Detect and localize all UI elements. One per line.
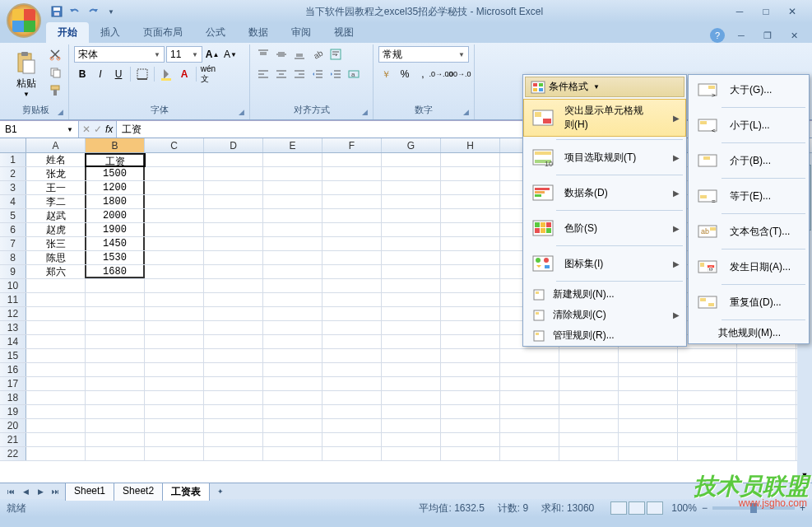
cell[interactable]	[204, 153, 263, 166]
row-header[interactable]: 1	[0, 153, 26, 166]
cell[interactable]	[145, 265, 204, 278]
cell[interactable]	[86, 377, 145, 390]
cell[interactable]	[382, 433, 441, 446]
cell[interactable]	[204, 335, 263, 348]
cell[interactable]: 1680	[86, 265, 145, 278]
cell[interactable]	[145, 181, 204, 194]
redo-icon[interactable]	[86, 4, 100, 19]
cell[interactable]: 李二	[26, 195, 86, 208]
cell[interactable]	[204, 279, 263, 292]
cell[interactable]	[441, 293, 500, 306]
cell[interactable]	[26, 293, 86, 306]
cell[interactable]	[322, 419, 382, 432]
menu-item[interactable]: 图标集(I)▶	[523, 249, 686, 278]
submenu-item[interactable]: 📅发生日期(A)...	[689, 252, 809, 282]
cell[interactable]	[322, 363, 382, 376]
cell[interactable]	[263, 251, 322, 264]
cell[interactable]	[145, 279, 204, 292]
cell[interactable]: 陈思	[26, 251, 86, 264]
cell[interactable]	[204, 391, 263, 404]
cell[interactable]	[441, 181, 500, 194]
zoom-out-icon[interactable]: −	[702, 502, 708, 514]
menu-small-item[interactable]: 管理规则(R)...	[523, 325, 686, 346]
cell[interactable]	[86, 363, 145, 376]
cell[interactable]	[382, 377, 441, 390]
currency-icon[interactable]: ￥	[378, 66, 395, 82]
fx-icon[interactable]: fx	[105, 124, 113, 135]
cell[interactable]	[145, 377, 204, 390]
cell[interactable]	[382, 195, 441, 208]
cell[interactable]	[382, 307, 441, 320]
cell[interactable]: 赵虎	[26, 223, 86, 236]
column-header-H[interactable]: H	[441, 138, 500, 152]
cell[interactable]	[382, 419, 441, 432]
cell[interactable]	[26, 447, 86, 460]
cell[interactable]	[86, 293, 145, 306]
cell[interactable]	[382, 293, 441, 306]
cell[interactable]	[382, 447, 441, 460]
cell[interactable]	[263, 363, 322, 376]
cell[interactable]	[382, 237, 441, 250]
cell[interactable]	[382, 265, 441, 278]
font-expand-icon[interactable]: ◢	[239, 108, 244, 116]
sheet-tab[interactable]: Sheet1	[65, 483, 114, 501]
cell[interactable]	[263, 195, 322, 208]
cell[interactable]	[86, 391, 145, 404]
row-header[interactable]: 7	[0, 237, 26, 250]
cell[interactable]	[441, 377, 500, 390]
cell[interactable]	[86, 419, 145, 432]
doc-minimize-icon[interactable]: ─	[731, 28, 751, 43]
submenu-item[interactable]: 介于(B)...	[689, 146, 809, 175]
cell[interactable]	[441, 433, 500, 446]
cell[interactable]	[204, 209, 263, 222]
cell[interactable]	[263, 377, 322, 390]
cell[interactable]	[322, 335, 382, 348]
cell[interactable]	[263, 447, 322, 460]
cell[interactable]	[204, 167, 263, 180]
cell[interactable]	[145, 307, 204, 320]
cell[interactable]	[26, 363, 86, 376]
row-header[interactable]: 6	[0, 223, 26, 236]
cell[interactable]	[322, 153, 382, 166]
save-icon[interactable]	[49, 4, 64, 19]
shrink-font-icon[interactable]: A▼	[222, 46, 239, 63]
cell[interactable]: 1800	[86, 195, 145, 208]
cell[interactable]	[441, 349, 500, 362]
row-header[interactable]: 21	[0, 433, 26, 446]
cell[interactable]	[322, 447, 382, 460]
cell[interactable]	[86, 433, 145, 446]
cell[interactable]	[86, 307, 145, 320]
minimize-button[interactable]: ─	[730, 4, 749, 19]
cell[interactable]	[204, 419, 263, 432]
close-button[interactable]: ✕	[782, 4, 802, 19]
format-painter-icon[interactable]	[47, 82, 63, 99]
doc-restore-icon[interactable]: ❐	[758, 28, 777, 43]
cell[interactable]	[263, 167, 322, 180]
view-layout-icon[interactable]	[629, 501, 645, 515]
row-header[interactable]: 8	[0, 251, 26, 264]
cell[interactable]: 1200	[86, 181, 145, 194]
conditional-format-button[interactable]: 条件格式▼	[525, 77, 684, 97]
row-header[interactable]: 3	[0, 181, 26, 194]
row-header[interactable]: 17	[0, 377, 26, 390]
cell[interactable]	[382, 167, 441, 180]
cell[interactable]	[204, 377, 263, 390]
column-header-G[interactable]: G	[382, 138, 441, 152]
cell[interactable]	[204, 237, 263, 250]
cell[interactable]	[263, 335, 322, 348]
column-header-D[interactable]: D	[204, 138, 263, 152]
column-header-C[interactable]: C	[145, 138, 204, 152]
cell[interactable]	[441, 153, 500, 166]
tab-layout[interactable]: 页面布局	[132, 22, 194, 43]
font-size-combo[interactable]: 11▼	[166, 46, 202, 63]
cell[interactable]	[26, 349, 86, 362]
cell[interactable]	[26, 433, 86, 446]
cell[interactable]: 郑六	[26, 265, 86, 278]
fill-color-icon[interactable]	[158, 66, 174, 82]
tab-formula[interactable]: 公式	[194, 22, 237, 43]
cell[interactable]	[322, 391, 382, 404]
cell[interactable]	[322, 405, 382, 418]
undo-icon[interactable]	[67, 4, 82, 19]
merge-center-icon[interactable]: a	[346, 66, 362, 82]
cell[interactable]	[204, 363, 263, 376]
